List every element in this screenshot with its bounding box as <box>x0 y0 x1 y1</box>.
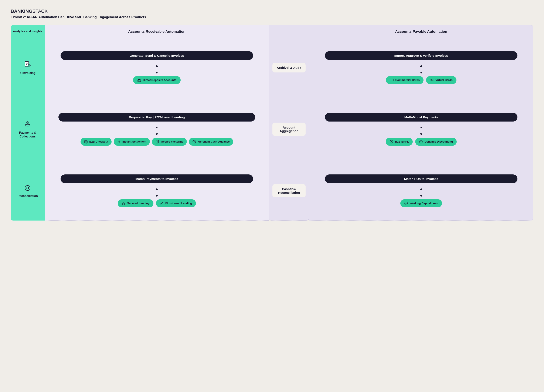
ar-row2-factoring: Invoice Factoring <box>152 138 187 146</box>
virtual-card-icon <box>430 78 434 82</box>
flow-icon <box>160 201 164 205</box>
arrow-ar-row1 <box>155 64 158 74</box>
recon-icon <box>24 184 31 193</box>
ap-row3-main-pill: Match POs to Invoices <box>325 175 517 183</box>
svg-point-30 <box>86 143 87 143</box>
svg-point-29 <box>85 143 85 143</box>
svg-marker-12 <box>156 72 158 74</box>
svg-point-9 <box>25 186 30 191</box>
ap-dynamic-label: Dynamic Discounting <box>425 140 453 143</box>
header-ap-label: Accounts Payable Automation <box>395 29 447 34</box>
payments-label: Payments &Collections <box>19 131 36 138</box>
ap-row2-dynamic: Dynamic Discounting <box>415 138 457 146</box>
ar-flow-label: Flow-based Lending <box>165 202 192 205</box>
einvoice-label: e-Invoicing <box>20 71 35 75</box>
svg-marker-25 <box>156 126 158 128</box>
svg-text:$: $ <box>406 203 407 205</box>
dynamic-icon <box>419 140 423 144</box>
svg-marker-32 <box>118 140 120 143</box>
ar-secured-label: Secured Lending <box>127 202 149 205</box>
arrow-ap-row1 <box>420 64 423 74</box>
svg-marker-53 <box>420 195 422 197</box>
logo-light: STACK <box>33 8 48 14</box>
arrow-ar-row2 <box>155 126 158 135</box>
analytics-label: Analytics and Insights <box>13 30 42 33</box>
svg-rect-16 <box>140 80 140 81</box>
svg-marker-40 <box>420 134 422 135</box>
arrow-ar-row3 <box>155 188 158 197</box>
logo-bold: BANKING <box>11 8 33 14</box>
logo: BANKINGSTACK <box>11 8 533 14</box>
ap-row1: Import, Approve & Verify e-Invoices Comm… <box>309 38 533 97</box>
ap-row1-sub1: Commercial Cards <box>386 76 424 84</box>
subtitle: Exhibit 2: AP-AR Automation Can Drive SM… <box>11 15 533 19</box>
svg-rect-11 <box>157 67 157 72</box>
arrow-ap-row2 <box>420 126 423 135</box>
bank-icon <box>137 78 141 82</box>
ar-row2-pills: B2B Checkout Instant Settlement Invoice … <box>81 138 233 146</box>
analytics-header: Analytics and Insights <box>11 25 45 38</box>
svg-point-37 <box>193 140 196 143</box>
diagram: Accounts Receivable Automation Accounts … <box>11 25 533 221</box>
svg-rect-39 <box>421 128 421 134</box>
ar-row3: Match Payments to Invoices Secured Lendi… <box>45 161 269 221</box>
svg-rect-52 <box>421 190 421 195</box>
ap-row3-pills: $ Working Capital Loan <box>400 199 442 207</box>
ar-factoring-label: Invoice Factoring <box>161 140 183 143</box>
svg-rect-14 <box>138 80 139 81</box>
ar-row2: Request to Pay | POS-based Lending B2B C… <box>45 97 269 161</box>
ap-row1-pills: Commercial Cards Virtual Cards <box>386 76 456 84</box>
svg-rect-15 <box>139 80 139 81</box>
ap-row2-main-pill: Multi-Modal Payments <box>325 113 517 122</box>
mid-row3: Cashflow Reconciliation <box>269 161 309 221</box>
ap-row1-main-pill: Import, Approve & Verify e-Invoices <box>325 51 517 60</box>
instant-icon <box>117 140 121 144</box>
svg-marker-51 <box>420 188 422 190</box>
svg-text:$: $ <box>29 65 29 66</box>
bnpl-icon <box>390 140 393 144</box>
lock-icon <box>122 201 125 205</box>
svg-marker-27 <box>156 134 158 135</box>
mid-row1-label: Archival & Audit <box>272 63 306 72</box>
ap-row2-pills: B2B BNPL Dynamic Discounting <box>386 138 457 146</box>
ap-sub2-label: Virtual Cards <box>435 78 453 82</box>
mid-row2-label: Account Aggregation <box>272 123 306 136</box>
ar-row3-pills: Secured Lending Flow-based Lending <box>118 199 196 207</box>
ar-row1-main-pill: Generate, Send & Cancel e-Invoices <box>60 51 253 60</box>
svg-rect-19 <box>421 67 421 72</box>
payments-icon: $ <box>24 120 31 129</box>
ar-instant-label: Instant Settlement <box>122 140 146 143</box>
ap-row1-sub2: Virtual Cards <box>426 76 456 84</box>
recon-label: Reconciliation <box>18 194 38 198</box>
svg-marker-46 <box>156 188 158 190</box>
svg-marker-20 <box>420 72 422 74</box>
ar-row1: Generate, Send & Cancel e-Invoices Direc… <box>45 38 269 97</box>
svg-point-24 <box>431 79 432 81</box>
ar-row1-sub-pill: Direct Deposits Accounts <box>133 76 181 84</box>
ar-row2-main-pill: Request to Pay | POS-based Lending <box>59 113 255 122</box>
ar-merchant-label: Merchant Cash Advance <box>198 140 230 143</box>
ar-row3-main-pill: Match Payments to Invoices <box>60 175 253 183</box>
svg-rect-22 <box>390 80 393 80</box>
mid-row2: Account Aggregation <box>269 97 309 161</box>
svg-rect-28 <box>84 141 87 143</box>
sidebar-payments: $ Payments &Collections <box>19 116 36 143</box>
svg-rect-47 <box>157 190 157 195</box>
ap-sub1-label: Commercial Cards <box>395 78 420 82</box>
ar-row3-flow: Flow-based Lending <box>156 199 196 207</box>
card-icon <box>390 78 394 82</box>
capital-icon: $ <box>404 201 408 205</box>
svg-marker-48 <box>156 195 158 197</box>
svg-marker-10 <box>156 64 158 67</box>
svg-marker-38 <box>420 126 422 128</box>
svg-point-50 <box>123 204 124 204</box>
header-ar: Accounts Receivable Automation <box>45 25 269 38</box>
ap-row3: Match POs to Invoices $ Working Capital … <box>309 161 533 221</box>
sidebar-recon: Reconciliation <box>18 180 38 202</box>
ap-row2-bnpl: B2B BNPL <box>386 138 413 146</box>
ar-row1-sub-label: Direct Deposits Accounts <box>143 78 176 82</box>
einvoice-icon: $ <box>24 61 31 70</box>
ap-working-label: Working Capital Loan <box>410 202 438 205</box>
ap-bnpl-label: B2B BNPL <box>395 140 409 143</box>
ar-row2-b2b: B2B Checkout <box>81 138 112 146</box>
